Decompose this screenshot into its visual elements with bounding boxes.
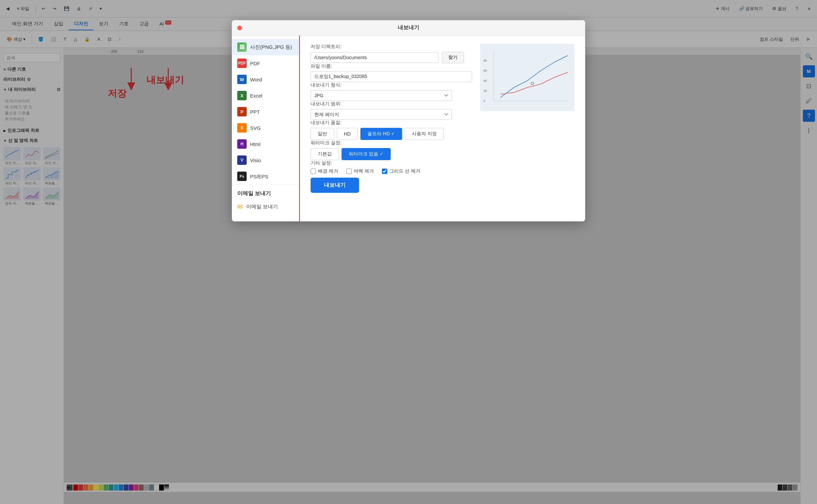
type-svg-icon: S: [237, 123, 247, 133]
email-item[interactable]: ✉ 이메일 보내기: [237, 201, 294, 213]
type-ppt-icon: P: [237, 107, 247, 116]
modal-body: 🖼 사진(PNG,JPG 등) PDF PDF W Word X Excel P: [232, 36, 585, 221]
quality-row: 내보내기 품질: 일반 HD 울트라 HD ✓ 사용자 지정: [311, 120, 472, 140]
modal-overlay[interactable]: 내보내기 🖼 사진(PNG,JPG 등) PDF PDF W Word: [0, 0, 817, 504]
type-ppt-label: PPT: [250, 109, 260, 115]
type-html-label: Html: [250, 141, 260, 147]
modal-close-btn[interactable]: [237, 26, 242, 30]
quality-btns: 일반 HD 울트라 HD ✓ 사용자 지정: [311, 128, 472, 140]
checkbox-row: 배경 제거 여백 제거 그리드 선 제거: [311, 168, 472, 174]
svg-text:60: 60: [484, 69, 487, 72]
type-ppt[interactable]: P PPT: [232, 104, 299, 120]
other-row: 기타 설정: 배경 제거 여백 제거 그리드 선 제거: [311, 160, 472, 174]
type-pdf-icon: PDF: [237, 59, 247, 68]
type-ps-label: PS/EPS: [250, 174, 268, 179]
type-visio-icon: V: [237, 155, 247, 165]
watermark-default[interactable]: 기본값: [311, 148, 339, 160]
quality-normal[interactable]: 일반: [311, 128, 334, 140]
range-select[interactable]: 현재 페이지 모든 페이지 선택 영역: [311, 109, 452, 120]
filename-input[interactable]: [311, 71, 472, 82]
quality-custom[interactable]: 사용자 지정: [405, 128, 444, 140]
type-visio[interactable]: V Visio: [232, 152, 299, 168]
directory-input[interactable]: [311, 52, 438, 63]
email-title: 이메일 보내기: [237, 190, 294, 197]
modal-right-inner: 저장 디렉토리: 찾기 파일 이름:: [311, 44, 574, 193]
other-label: 기타 설정:: [311, 160, 472, 166]
email-section: 이메일 보내기 ✉ 이메일 보내기: [232, 184, 299, 218]
watermark-label: 워터마크 설정:: [311, 140, 472, 146]
modal-preview-col: 0 20 40 60 80: [480, 44, 574, 193]
browse-btn[interactable]: 찾기: [442, 52, 464, 63]
preview-image: 0 20 40 60 80: [480, 44, 574, 111]
svg-text:40: 40: [484, 79, 487, 82]
type-word-icon: W: [237, 75, 247, 84]
modal-form-col: 저장 디렉토리: 찾기 파일 이름:: [311, 44, 472, 193]
directory-label: 저장 디렉토리:: [311, 44, 472, 50]
type-html[interactable]: H Html: [232, 136, 299, 152]
checkbox-grid-input[interactable]: [382, 169, 387, 174]
checkbox-margin-input[interactable]: [346, 169, 352, 174]
email-icon: ✉: [237, 203, 243, 211]
type-word[interactable]: W Word: [232, 71, 299, 87]
type-photo-label: 사진(PNG,JPG 등): [250, 44, 292, 50]
format-select[interactable]: JPG PNG BMP GIF TIFF: [311, 90, 452, 101]
type-excel-label: Excel: [250, 93, 262, 99]
range-label: 내보내기 범위:: [311, 101, 472, 107]
preview-chart-svg: 0 20 40 60 80: [480, 44, 574, 111]
checkbox-bg-input[interactable]: [311, 169, 316, 174]
type-excel[interactable]: X Excel: [232, 87, 299, 104]
type-photo-icon: 🖼: [237, 42, 247, 52]
email-label: 이메일 보내기: [246, 204, 278, 210]
type-pdf-label: PDF: [250, 61, 260, 66]
quality-label: 내보내기 품질:: [311, 120, 472, 126]
range-row: 내보내기 범위: 현재 페이지 모든 페이지 선택 영역: [311, 101, 472, 120]
type-svg-label: SVG: [250, 125, 261, 131]
directory-row-inline: 찾기: [311, 52, 472, 63]
directory-row: 저장 디렉토리: 찾기: [311, 44, 472, 63]
quality-hd[interactable]: HD: [337, 128, 358, 140]
type-excel-icon: X: [237, 91, 247, 100]
type-html-icon: H: [237, 139, 247, 149]
watermark-btns: 기본값 워터마크 없음 ✓: [311, 148, 472, 160]
type-photo[interactable]: 🖼 사진(PNG,JPG 등): [232, 39, 299, 55]
watermark-row: 워터마크 설정: 기본값 워터마크 없음 ✓: [311, 140, 472, 160]
type-word-label: Word: [250, 77, 262, 82]
type-pdf[interactable]: PDF PDF: [232, 55, 299, 71]
filename-label: 파일 이름:: [311, 63, 472, 69]
modal-header: 내보내기: [232, 20, 585, 36]
svg-point-17: [531, 82, 534, 85]
svg-text:20: 20: [484, 89, 487, 93]
format-row: 내보내기 형식: JPG PNG BMP GIF TIFF: [311, 82, 472, 101]
checkbox-bg[interactable]: 배경 제거: [311, 168, 338, 174]
modal-form-area: 저장 디렉토리: 찾기 파일 이름:: [300, 36, 585, 221]
type-ps[interactable]: Ps PS/EPS: [232, 168, 299, 184]
do-export-btn[interactable]: 내보내기: [311, 178, 359, 193]
type-ps-icon: Ps: [237, 172, 247, 181]
checkbox-margin[interactable]: 여백 제거: [346, 168, 374, 174]
export-modal: 내보내기 🖼 사진(PNG,JPG 등) PDF PDF W Word: [232, 20, 585, 221]
filename-row: 파일 이름:: [311, 63, 472, 82]
modal-type-list: 🖼 사진(PNG,JPG 등) PDF PDF W Word X Excel P: [232, 36, 300, 221]
checkbox-grid[interactable]: 그리드 선 제거: [382, 168, 420, 174]
svg-text:0: 0: [484, 99, 485, 103]
quality-ultra-hd[interactable]: 울트라 HD ✓: [360, 128, 402, 140]
format-label: 내보내기 형식:: [311, 82, 472, 88]
modal-title: 내보내기: [398, 24, 419, 31]
svg-text:80: 80: [484, 59, 487, 62]
type-visio-label: Visio: [250, 157, 261, 163]
watermark-none[interactable]: 워터마크 없음 ✓: [342, 148, 391, 160]
type-svg[interactable]: S SVG: [232, 120, 299, 136]
